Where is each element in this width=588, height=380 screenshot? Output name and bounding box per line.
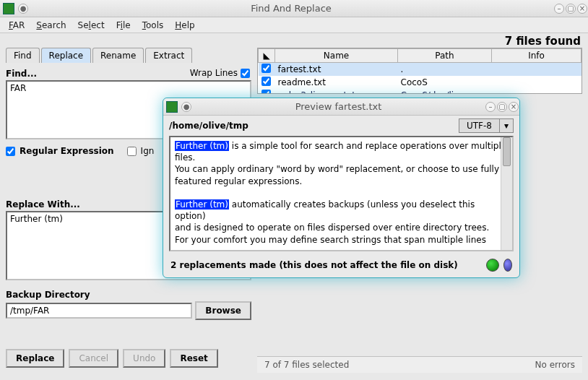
cell-info (492, 63, 581, 77)
preview-path: /home/olive/tmp (169, 121, 454, 131)
cell-path: . (398, 63, 492, 77)
reset-button[interactable]: Reset (170, 349, 217, 368)
preview-text[interactable]: Further (tm) is a simple tool for search… (169, 136, 514, 251)
scrollbar[interactable] (501, 137, 512, 250)
maximize-icon[interactable]: ▢ (566, 4, 576, 14)
backup-dir-input[interactable] (6, 303, 192, 319)
main-titlebar: ● Find And Replace – ▢ × (0, 0, 588, 17)
col-info[interactable]: Info (492, 49, 581, 63)
menu-tools[interactable]: Tools (138, 19, 168, 32)
cell-name: fartest.txt (275, 63, 398, 77)
preview-title: Preview fartest.txt (192, 101, 485, 112)
wrap-lines-label: Wrap Lines (190, 68, 238, 78)
table-row[interactable]: readme.txt CocoS (259, 76, 581, 89)
replace-button[interactable]: Replace (6, 349, 64, 368)
col-arrow-icon[interactable]: ◣ (259, 49, 275, 63)
cell-name: gpl_v3_license.txt (275, 89, 398, 94)
encoding-value: UTF-8 (459, 118, 500, 133)
col-name[interactable]: Name (275, 49, 398, 63)
undo-button[interactable]: Undo (123, 349, 165, 368)
ignore-checkbox[interactable] (127, 147, 137, 156)
app-icon (3, 3, 14, 14)
scroll-thumb[interactable] (503, 137, 511, 166)
cell-info (492, 89, 581, 94)
tab-rename[interactable]: Rename (92, 48, 144, 63)
tab-replace[interactable]: Replace (41, 48, 91, 63)
menu-far[interactable]: FAR (4, 19, 29, 32)
find-label: Find... (6, 69, 37, 79)
menubar: FAR Search Select File Tools Help (0, 17, 588, 33)
status-right: No errors (535, 360, 575, 370)
maximize-icon[interactable]: ▢ (497, 102, 507, 112)
files-found-label: 7 files found (0, 33, 588, 48)
row-checkbox[interactable] (261, 64, 271, 73)
cell-path: CocoS/doc/licenses (398, 89, 492, 94)
tab-find[interactable]: Find (6, 48, 40, 63)
cell-info (492, 76, 581, 89)
window-title: Find And Replace (29, 3, 553, 14)
highlight: Further (tm) (175, 141, 229, 151)
col-path[interactable]: Path (398, 49, 492, 63)
regex-checkbox[interactable] (6, 147, 15, 156)
tabs: Find Replace Rename Extract (6, 48, 251, 63)
status-dot-green[interactable] (486, 259, 499, 272)
menu-file[interactable]: File (112, 19, 135, 32)
close-icon[interactable]: × (509, 102, 519, 112)
cancel-button[interactable]: Cancel (69, 349, 118, 368)
app-icon (166, 101, 178, 113)
table-row[interactable]: fartest.txt . (259, 63, 581, 77)
close-icon[interactable]: × (577, 4, 587, 14)
file-table: ◣ Name Path Info fartest.txt . readme.tx… (257, 48, 582, 94)
window-menu-button[interactable]: ● (181, 102, 191, 112)
browse-button[interactable]: Browse (195, 301, 251, 320)
cell-path: CocoS (398, 76, 492, 89)
tab-extract[interactable]: Extract (145, 48, 192, 63)
backup-dir-label: Backup Directory (6, 290, 251, 300)
menu-search[interactable]: Search (32, 19, 70, 32)
regex-label: Regular Expression (20, 146, 114, 156)
ignore-label: Ign (141, 146, 155, 156)
minimize-icon[interactable]: – (554, 4, 564, 14)
status-dot-purple[interactable] (503, 259, 512, 272)
status-left: 7 of 7 files selected (264, 360, 349, 370)
cell-name: readme.txt (275, 76, 398, 89)
wrap-lines-checkbox[interactable] (241, 69, 250, 78)
preview-window: ● Preview fartest.txt – ▢ × /home/olive/… (163, 98, 520, 278)
row-checkbox[interactable] (261, 90, 271, 94)
preview-footer-text: 2 replacements made (this does not affec… (170, 260, 482, 270)
highlight: Further (tm) (175, 199, 229, 210)
row-checkbox[interactable] (261, 77, 271, 86)
statusbar: 7 of 7 files selected No errors (257, 356, 582, 373)
chevron-down-icon[interactable]: ▾ (500, 118, 514, 133)
window-menu-button[interactable]: ● (18, 4, 28, 14)
minimize-icon[interactable]: – (485, 102, 496, 112)
wrap-lines-row: Wrap Lines (190, 68, 251, 78)
table-row[interactable]: gpl_v3_license.txt CocoS/doc/licenses (259, 89, 581, 94)
encoding-select[interactable]: UTF-8 ▾ (459, 118, 514, 133)
menu-select[interactable]: Select (74, 19, 109, 32)
menu-help[interactable]: Help (170, 19, 199, 32)
